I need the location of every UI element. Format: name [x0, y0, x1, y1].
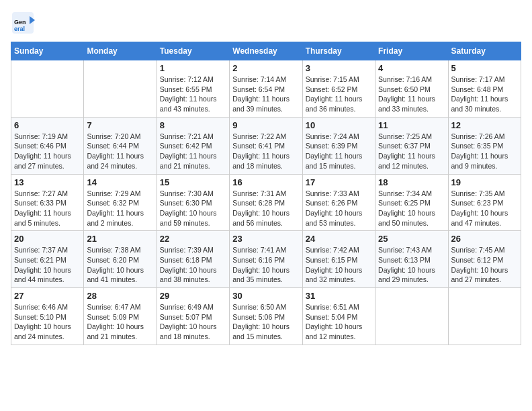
calendar-cell: 2Sunrise: 7:14 AMSunset: 6:54 PMDaylight… — [230, 60, 302, 118]
day-info: Sunrise: 7:41 AMSunset: 6:16 PMDaylight:… — [232, 245, 299, 285]
day-number: 8 — [160, 120, 226, 130]
day-info: Sunrise: 7:14 AMSunset: 6:54 PMDaylight:… — [232, 75, 299, 114]
day-number: 9 — [232, 120, 299, 130]
day-number: 21 — [87, 234, 153, 244]
day-info: Sunrise: 7:24 AMSunset: 6:39 PMDaylight:… — [306, 132, 372, 171]
day-number: 3 — [306, 63, 372, 73]
day-number: 12 — [451, 120, 518, 130]
calendar-cell: 14Sunrise: 7:29 AMSunset: 6:32 PMDayligh… — [84, 174, 157, 231]
calendar-cell: 17Sunrise: 7:33 AMSunset: 6:26 PMDayligh… — [302, 174, 375, 231]
day-info: Sunrise: 7:20 AMSunset: 6:44 PMDaylight:… — [87, 132, 153, 171]
calendar-cell — [11, 60, 84, 118]
day-number: 13 — [14, 177, 81, 187]
calendar-cell: 23Sunrise: 7:41 AMSunset: 6:16 PMDayligh… — [230, 231, 302, 288]
day-number: 2 — [232, 63, 299, 73]
week-row-3: 13Sunrise: 7:27 AMSunset: 6:33 PMDayligh… — [11, 174, 521, 231]
day-info: Sunrise: 7:34 AMSunset: 6:25 PMDaylight:… — [378, 189, 445, 228]
day-info: Sunrise: 7:30 AMSunset: 6:30 PMDaylight:… — [160, 189, 226, 228]
day-number: 28 — [87, 291, 153, 301]
day-number: 29 — [160, 291, 226, 301]
day-info: Sunrise: 7:15 AMSunset: 6:52 PMDaylight:… — [306, 75, 372, 114]
day-number: 5 — [451, 63, 518, 73]
day-number: 7 — [87, 120, 153, 130]
calendar-cell: 28Sunrise: 6:47 AMSunset: 5:09 PMDayligh… — [84, 288, 157, 345]
calendar-cell: 6Sunrise: 7:19 AMSunset: 6:46 PMDaylight… — [11, 117, 84, 174]
calendar-cell: 3Sunrise: 7:15 AMSunset: 6:52 PMDaylight… — [302, 60, 375, 118]
day-number: 23 — [232, 234, 299, 244]
day-info: Sunrise: 7:27 AMSunset: 6:33 PMDaylight:… — [14, 189, 81, 228]
day-info: Sunrise: 7:37 AMSunset: 6:21 PMDaylight:… — [14, 245, 81, 285]
svg-text:eral: eral — [14, 26, 25, 32]
weekday-header-tuesday: Tuesday — [157, 42, 229, 60]
day-info: Sunrise: 7:22 AMSunset: 6:41 PMDaylight:… — [232, 132, 299, 171]
day-info: Sunrise: 7:45 AMSunset: 6:12 PMDaylight:… — [451, 245, 518, 285]
day-info: Sunrise: 7:43 AMSunset: 6:13 PMDaylight:… — [378, 245, 445, 285]
day-info: Sunrise: 6:47 AMSunset: 5:09 PMDaylight:… — [87, 302, 153, 342]
calendar-cell: 16Sunrise: 7:31 AMSunset: 6:28 PMDayligh… — [230, 174, 302, 231]
day-info: Sunrise: 7:12 AMSunset: 6:55 PMDaylight:… — [160, 75, 226, 114]
calendar-cell: 30Sunrise: 6:50 AMSunset: 5:06 PMDayligh… — [230, 288, 302, 345]
day-number: 15 — [160, 177, 226, 187]
day-number: 11 — [378, 120, 445, 130]
day-info: Sunrise: 7:31 AMSunset: 6:28 PMDaylight:… — [232, 189, 299, 228]
day-info: Sunrise: 6:49 AMSunset: 5:07 PMDaylight:… — [160, 302, 226, 342]
calendar-cell: 20Sunrise: 7:37 AMSunset: 6:21 PMDayligh… — [11, 231, 84, 288]
day-info: Sunrise: 6:46 AMSunset: 5:10 PMDaylight:… — [14, 302, 81, 342]
day-number: 1 — [160, 63, 226, 73]
day-info: Sunrise: 7:25 AMSunset: 6:37 PMDaylight:… — [378, 132, 445, 171]
calendar-cell — [448, 288, 521, 345]
calendar-cell: 8Sunrise: 7:21 AMSunset: 6:42 PMDaylight… — [157, 117, 229, 174]
calendar-cell: 29Sunrise: 6:49 AMSunset: 5:07 PMDayligh… — [157, 288, 229, 345]
calendar-cell: 12Sunrise: 7:26 AMSunset: 6:35 PMDayligh… — [448, 117, 521, 174]
calendar: SundayMondayTuesdayWednesdayThursdayFrid… — [11, 42, 521, 345]
day-info: Sunrise: 7:35 AMSunset: 6:23 PMDaylight:… — [451, 189, 518, 228]
calendar-cell: 21Sunrise: 7:38 AMSunset: 6:20 PMDayligh… — [84, 231, 157, 288]
day-info: Sunrise: 7:16 AMSunset: 6:50 PMDaylight:… — [378, 75, 445, 114]
day-number: 17 — [306, 177, 372, 187]
svg-text:Gen: Gen — [14, 19, 26, 26]
day-info: Sunrise: 7:17 AMSunset: 6:48 PMDaylight:… — [451, 75, 518, 114]
logo: Gen eral — [11, 11, 38, 35]
calendar-cell: 7Sunrise: 7:20 AMSunset: 6:44 PMDaylight… — [84, 117, 157, 174]
calendar-cell: 10Sunrise: 7:24 AMSunset: 6:39 PMDayligh… — [302, 117, 375, 174]
day-info: Sunrise: 7:33 AMSunset: 6:26 PMDaylight:… — [306, 189, 372, 228]
weekday-header-friday: Friday — [375, 42, 448, 60]
calendar-cell: 11Sunrise: 7:25 AMSunset: 6:37 PMDayligh… — [375, 117, 448, 174]
week-row-1: 1Sunrise: 7:12 AMSunset: 6:55 PMDaylight… — [11, 60, 521, 118]
day-number: 6 — [14, 120, 81, 130]
header: Gen eral — [11, 11, 521, 35]
day-number: 22 — [160, 234, 226, 244]
calendar-cell — [375, 288, 448, 345]
calendar-cell: 18Sunrise: 7:34 AMSunset: 6:25 PMDayligh… — [375, 174, 448, 231]
weekday-header-saturday: Saturday — [448, 42, 521, 60]
weekday-header-monday: Monday — [84, 42, 157, 60]
logo-icon: Gen eral — [11, 11, 35, 35]
weekday-header-thursday: Thursday — [302, 42, 375, 60]
day-number: 27 — [14, 291, 81, 301]
calendar-cell — [84, 60, 157, 118]
day-info: Sunrise: 7:39 AMSunset: 6:18 PMDaylight:… — [160, 245, 226, 285]
day-number: 24 — [306, 234, 372, 244]
calendar-cell: 31Sunrise: 6:51 AMSunset: 5:04 PMDayligh… — [302, 288, 375, 345]
calendar-cell: 24Sunrise: 7:42 AMSunset: 6:15 PMDayligh… — [302, 231, 375, 288]
calendar-cell: 13Sunrise: 7:27 AMSunset: 6:33 PMDayligh… — [11, 174, 84, 231]
day-number: 19 — [451, 177, 518, 187]
day-number: 20 — [14, 234, 81, 244]
day-number: 30 — [232, 291, 299, 301]
week-row-2: 6Sunrise: 7:19 AMSunset: 6:46 PMDaylight… — [11, 117, 521, 174]
weekday-header-wednesday: Wednesday — [230, 42, 302, 60]
week-row-4: 20Sunrise: 7:37 AMSunset: 6:21 PMDayligh… — [11, 231, 521, 288]
week-row-5: 27Sunrise: 6:46 AMSunset: 5:10 PMDayligh… — [11, 288, 521, 345]
calendar-cell: 26Sunrise: 7:45 AMSunset: 6:12 PMDayligh… — [448, 231, 521, 288]
calendar-cell: 27Sunrise: 6:46 AMSunset: 5:10 PMDayligh… — [11, 288, 84, 345]
calendar-cell: 25Sunrise: 7:43 AMSunset: 6:13 PMDayligh… — [375, 231, 448, 288]
day-number: 26 — [451, 234, 518, 244]
day-number: 31 — [306, 291, 372, 301]
calendar-cell: 4Sunrise: 7:16 AMSunset: 6:50 PMDaylight… — [375, 60, 448, 118]
day-info: Sunrise: 6:50 AMSunset: 5:06 PMDaylight:… — [232, 302, 299, 342]
day-info: Sunrise: 7:19 AMSunset: 6:46 PMDaylight:… — [14, 132, 81, 171]
day-number: 16 — [232, 177, 299, 187]
weekday-header-sunday: Sunday — [11, 42, 84, 60]
day-number: 4 — [378, 63, 445, 73]
day-number: 18 — [378, 177, 445, 187]
